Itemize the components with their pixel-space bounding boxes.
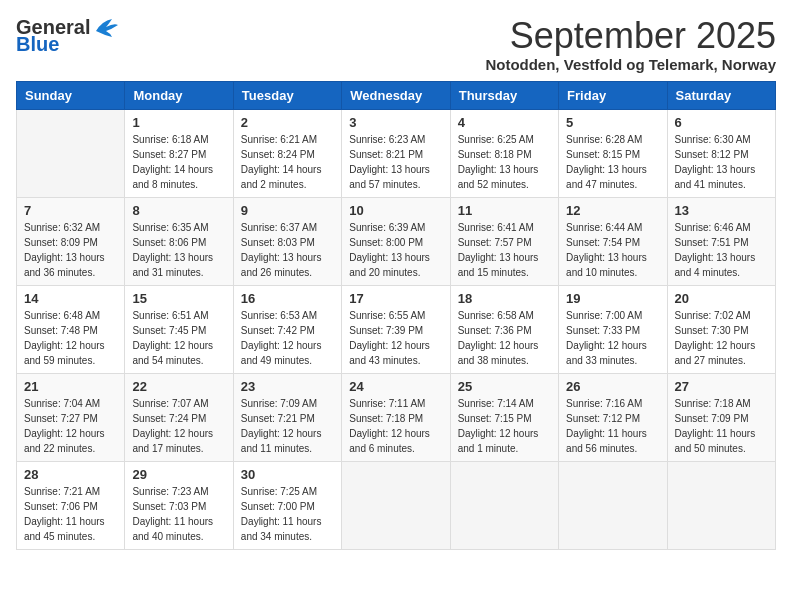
day-info: Sunrise: 7:00 AMSunset: 7:33 PMDaylight:… xyxy=(566,308,659,368)
day-info: Sunrise: 7:18 AMSunset: 7:09 PMDaylight:… xyxy=(675,396,768,456)
calendar-table: SundayMondayTuesdayWednesdayThursdayFrid… xyxy=(16,81,776,550)
day-cell: 12Sunrise: 6:44 AMSunset: 7:54 PMDayligh… xyxy=(559,197,667,285)
day-number: 25 xyxy=(458,379,551,394)
day-number: 26 xyxy=(566,379,659,394)
day-number: 9 xyxy=(241,203,334,218)
day-cell: 24Sunrise: 7:11 AMSunset: 7:18 PMDayligh… xyxy=(342,373,450,461)
day-cell: 9Sunrise: 6:37 AMSunset: 8:03 PMDaylight… xyxy=(233,197,341,285)
day-cell: 22Sunrise: 7:07 AMSunset: 7:24 PMDayligh… xyxy=(125,373,233,461)
day-cell xyxy=(17,109,125,197)
day-number: 3 xyxy=(349,115,442,130)
day-info: Sunrise: 7:21 AMSunset: 7:06 PMDaylight:… xyxy=(24,484,117,544)
day-number: 17 xyxy=(349,291,442,306)
day-info: Sunrise: 6:35 AMSunset: 8:06 PMDaylight:… xyxy=(132,220,225,280)
day-cell: 15Sunrise: 6:51 AMSunset: 7:45 PMDayligh… xyxy=(125,285,233,373)
day-cell: 18Sunrise: 6:58 AMSunset: 7:36 PMDayligh… xyxy=(450,285,558,373)
day-number: 20 xyxy=(675,291,768,306)
week-row-5: 28Sunrise: 7:21 AMSunset: 7:06 PMDayligh… xyxy=(17,461,776,549)
day-cell xyxy=(450,461,558,549)
day-info: Sunrise: 6:28 AMSunset: 8:15 PMDaylight:… xyxy=(566,132,659,192)
day-number: 11 xyxy=(458,203,551,218)
day-info: Sunrise: 6:53 AMSunset: 7:42 PMDaylight:… xyxy=(241,308,334,368)
day-cell: 29Sunrise: 7:23 AMSunset: 7:03 PMDayligh… xyxy=(125,461,233,549)
week-row-3: 14Sunrise: 6:48 AMSunset: 7:48 PMDayligh… xyxy=(17,285,776,373)
day-cell: 13Sunrise: 6:46 AMSunset: 7:51 PMDayligh… xyxy=(667,197,775,285)
day-number: 27 xyxy=(675,379,768,394)
day-number: 7 xyxy=(24,203,117,218)
day-info: Sunrise: 6:41 AMSunset: 7:57 PMDaylight:… xyxy=(458,220,551,280)
day-cell: 25Sunrise: 7:14 AMSunset: 7:15 PMDayligh… xyxy=(450,373,558,461)
header-cell-wednesday: Wednesday xyxy=(342,81,450,109)
day-cell: 4Sunrise: 6:25 AMSunset: 8:18 PMDaylight… xyxy=(450,109,558,197)
day-number: 13 xyxy=(675,203,768,218)
day-number: 12 xyxy=(566,203,659,218)
day-info: Sunrise: 7:23 AMSunset: 7:03 PMDaylight:… xyxy=(132,484,225,544)
location-subtitle: Notodden, Vestfold og Telemark, Norway xyxy=(485,56,776,73)
day-cell xyxy=(667,461,775,549)
day-cell: 20Sunrise: 7:02 AMSunset: 7:30 PMDayligh… xyxy=(667,285,775,373)
day-info: Sunrise: 7:04 AMSunset: 7:27 PMDaylight:… xyxy=(24,396,117,456)
header-cell-monday: Monday xyxy=(125,81,233,109)
day-number: 15 xyxy=(132,291,225,306)
day-info: Sunrise: 6:32 AMSunset: 8:09 PMDaylight:… xyxy=(24,220,117,280)
day-number: 23 xyxy=(241,379,334,394)
day-info: Sunrise: 7:02 AMSunset: 7:30 PMDaylight:… xyxy=(675,308,768,368)
day-info: Sunrise: 6:39 AMSunset: 8:00 PMDaylight:… xyxy=(349,220,442,280)
day-number: 30 xyxy=(241,467,334,482)
day-info: Sunrise: 7:25 AMSunset: 7:00 PMDaylight:… xyxy=(241,484,334,544)
day-info: Sunrise: 6:30 AMSunset: 8:12 PMDaylight:… xyxy=(675,132,768,192)
day-number: 21 xyxy=(24,379,117,394)
day-info: Sunrise: 6:51 AMSunset: 7:45 PMDaylight:… xyxy=(132,308,225,368)
day-number: 18 xyxy=(458,291,551,306)
day-number: 2 xyxy=(241,115,334,130)
day-cell: 27Sunrise: 7:18 AMSunset: 7:09 PMDayligh… xyxy=(667,373,775,461)
day-number: 4 xyxy=(458,115,551,130)
day-cell: 1Sunrise: 6:18 AMSunset: 8:27 PMDaylight… xyxy=(125,109,233,197)
day-cell: 2Sunrise: 6:21 AMSunset: 8:24 PMDaylight… xyxy=(233,109,341,197)
day-info: Sunrise: 6:46 AMSunset: 7:51 PMDaylight:… xyxy=(675,220,768,280)
day-cell: 21Sunrise: 7:04 AMSunset: 7:27 PMDayligh… xyxy=(17,373,125,461)
week-row-1: 1Sunrise: 6:18 AMSunset: 8:27 PMDaylight… xyxy=(17,109,776,197)
header-cell-saturday: Saturday xyxy=(667,81,775,109)
day-info: Sunrise: 6:21 AMSunset: 8:24 PMDaylight:… xyxy=(241,132,334,192)
day-number: 16 xyxy=(241,291,334,306)
header-cell-sunday: Sunday xyxy=(17,81,125,109)
logo-bird-icon xyxy=(92,17,120,39)
day-cell: 11Sunrise: 6:41 AMSunset: 7:57 PMDayligh… xyxy=(450,197,558,285)
week-row-2: 7Sunrise: 6:32 AMSunset: 8:09 PMDaylight… xyxy=(17,197,776,285)
day-cell: 19Sunrise: 7:00 AMSunset: 7:33 PMDayligh… xyxy=(559,285,667,373)
header-row: SundayMondayTuesdayWednesdayThursdayFrid… xyxy=(17,81,776,109)
day-info: Sunrise: 6:23 AMSunset: 8:21 PMDaylight:… xyxy=(349,132,442,192)
day-number: 29 xyxy=(132,467,225,482)
day-cell: 16Sunrise: 6:53 AMSunset: 7:42 PMDayligh… xyxy=(233,285,341,373)
day-cell: 14Sunrise: 6:48 AMSunset: 7:48 PMDayligh… xyxy=(17,285,125,373)
day-info: Sunrise: 6:44 AMSunset: 7:54 PMDaylight:… xyxy=(566,220,659,280)
day-number: 10 xyxy=(349,203,442,218)
day-info: Sunrise: 7:16 AMSunset: 7:12 PMDaylight:… xyxy=(566,396,659,456)
day-cell: 6Sunrise: 6:30 AMSunset: 8:12 PMDaylight… xyxy=(667,109,775,197)
day-info: Sunrise: 6:48 AMSunset: 7:48 PMDaylight:… xyxy=(24,308,117,368)
day-cell: 8Sunrise: 6:35 AMSunset: 8:06 PMDaylight… xyxy=(125,197,233,285)
day-info: Sunrise: 6:25 AMSunset: 8:18 PMDaylight:… xyxy=(458,132,551,192)
title-section: September 2025 Notodden, Vestfold og Tel… xyxy=(485,16,776,73)
day-cell: 5Sunrise: 6:28 AMSunset: 8:15 PMDaylight… xyxy=(559,109,667,197)
month-title: September 2025 xyxy=(485,16,776,56)
header: General Blue September 2025 Notodden, Ve… xyxy=(16,16,776,73)
header-cell-tuesday: Tuesday xyxy=(233,81,341,109)
day-cell: 10Sunrise: 6:39 AMSunset: 8:00 PMDayligh… xyxy=(342,197,450,285)
day-number: 6 xyxy=(675,115,768,130)
week-row-4: 21Sunrise: 7:04 AMSunset: 7:27 PMDayligh… xyxy=(17,373,776,461)
day-cell xyxy=(559,461,667,549)
logo-blue-text: Blue xyxy=(16,33,59,56)
day-number: 24 xyxy=(349,379,442,394)
day-info: Sunrise: 6:58 AMSunset: 7:36 PMDaylight:… xyxy=(458,308,551,368)
day-cell: 17Sunrise: 6:55 AMSunset: 7:39 PMDayligh… xyxy=(342,285,450,373)
day-cell: 3Sunrise: 6:23 AMSunset: 8:21 PMDaylight… xyxy=(342,109,450,197)
day-number: 8 xyxy=(132,203,225,218)
day-number: 1 xyxy=(132,115,225,130)
day-cell: 28Sunrise: 7:21 AMSunset: 7:06 PMDayligh… xyxy=(17,461,125,549)
day-number: 19 xyxy=(566,291,659,306)
logo: General Blue xyxy=(16,16,120,56)
day-cell: 30Sunrise: 7:25 AMSunset: 7:00 PMDayligh… xyxy=(233,461,341,549)
day-info: Sunrise: 6:37 AMSunset: 8:03 PMDaylight:… xyxy=(241,220,334,280)
